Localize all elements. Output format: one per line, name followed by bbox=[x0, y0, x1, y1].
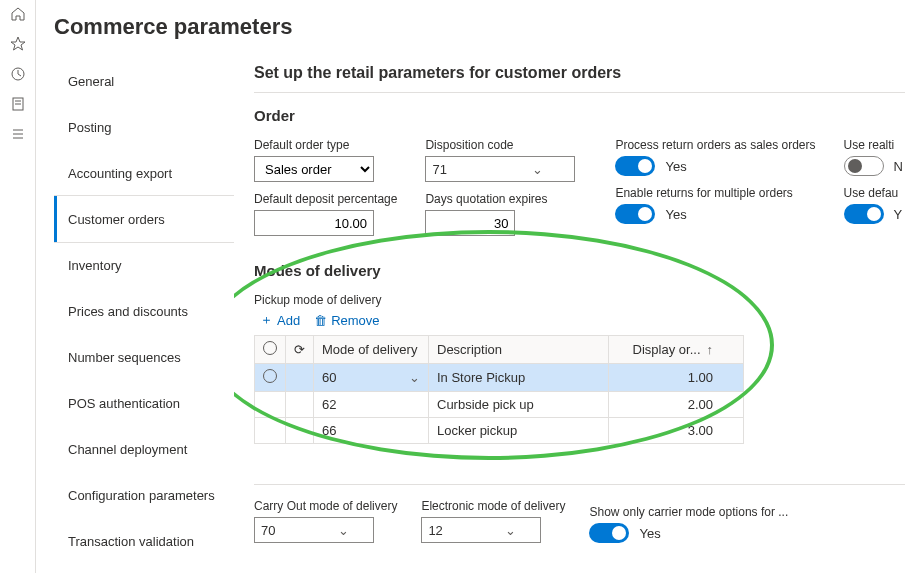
days-quotation-label: Days quotation expires bbox=[425, 192, 575, 206]
process-return-toggle[interactable] bbox=[615, 156, 655, 176]
chevron-down-icon: ⌄ bbox=[500, 162, 574, 177]
col-description[interactable]: Description bbox=[429, 336, 609, 364]
carry-out-label: Carry Out mode of delivery bbox=[254, 499, 397, 513]
order-fasttab-title: Order bbox=[254, 107, 905, 124]
app-iconbar bbox=[0, 0, 36, 573]
carry-out-value: 70 bbox=[255, 523, 314, 538]
col-display-order[interactable]: Display or...↑ bbox=[609, 336, 744, 364]
nav-inventory[interactable]: Inventory bbox=[54, 242, 234, 288]
chevron-down-icon: ⌄ bbox=[409, 370, 420, 385]
use-defau-toggle[interactable] bbox=[844, 204, 884, 224]
bottom-fields: Carry Out mode of delivery 70 ⌄ Electron… bbox=[254, 499, 905, 543]
refresh-column[interactable]: ⟳ bbox=[286, 336, 314, 364]
process-return-label: Process return orders as sales orders bbox=[615, 138, 815, 152]
plus-icon: ＋ bbox=[260, 311, 273, 329]
only-carrier-value: Yes bbox=[639, 526, 660, 541]
process-return-value: Yes bbox=[665, 159, 686, 174]
only-carrier-toggle[interactable] bbox=[589, 523, 629, 543]
add-button[interactable]: ＋Add bbox=[260, 311, 300, 329]
cell-desc: Curbside pick up bbox=[429, 392, 609, 418]
carry-out-lookup[interactable]: 70 ⌄ bbox=[254, 517, 374, 543]
cell-desc: Locker pickup bbox=[429, 418, 609, 444]
select-all-radio[interactable] bbox=[255, 336, 286, 364]
home-icon[interactable] bbox=[10, 6, 26, 22]
use-defau-value: Y bbox=[894, 207, 903, 222]
default-deposit-label: Default deposit percentage bbox=[254, 192, 397, 206]
enable-returns-value: Yes bbox=[665, 207, 686, 222]
clock-icon[interactable] bbox=[10, 66, 26, 82]
divider bbox=[254, 484, 905, 485]
enable-returns-label: Enable returns for multiple orders bbox=[615, 186, 815, 200]
use-realti-label: Use realti bbox=[844, 138, 903, 152]
nav-channel-deployment[interactable]: Channel deployment bbox=[54, 426, 234, 472]
list-icon[interactable] bbox=[10, 126, 26, 142]
default-order-type-select[interactable]: Sales order bbox=[254, 156, 374, 182]
row-radio[interactable] bbox=[263, 369, 277, 383]
disposition-code-label: Disposition code bbox=[425, 138, 575, 152]
cell-mode[interactable]: 66 bbox=[314, 418, 429, 444]
electronic-label: Electronic mode of delivery bbox=[421, 499, 565, 513]
cell-desc: In Store Pickup bbox=[429, 364, 609, 392]
pickup-mode-label: Pickup mode of delivery bbox=[254, 293, 905, 307]
nav-accounting-export[interactable]: Accounting export bbox=[54, 150, 234, 196]
table-row[interactable]: 62 Curbside pick up 2.00 bbox=[255, 392, 744, 418]
col-mode[interactable]: Mode of delivery bbox=[314, 336, 429, 364]
use-defau-label: Use defau bbox=[844, 186, 903, 200]
cell-disp: 1.00 bbox=[609, 364, 744, 392]
use-realti-value: N bbox=[894, 159, 903, 174]
cell-mode[interactable]: 60⌄ bbox=[314, 364, 429, 392]
electronic-value: 12 bbox=[422, 523, 481, 538]
only-carrier-label: Show only carrier mode options for ... bbox=[589, 505, 788, 519]
table-row[interactable]: 60⌄ In Store Pickup 1.00 bbox=[255, 364, 744, 392]
page-icon[interactable] bbox=[10, 96, 26, 112]
refresh-icon: ⟳ bbox=[294, 342, 305, 357]
nav-config-parameters[interactable]: Configuration parameters bbox=[54, 472, 234, 518]
cell-disp: 3.00 bbox=[609, 418, 744, 444]
order-form-grid: Default order type Sales order Default d… bbox=[254, 138, 905, 236]
sort-asc-icon: ↑ bbox=[707, 342, 714, 357]
star-icon[interactable] bbox=[10, 36, 26, 52]
days-quotation-input[interactable] bbox=[425, 210, 515, 236]
content-area: Set up the retail parameters for custome… bbox=[234, 58, 909, 564]
page-title: Commerce parameters bbox=[54, 14, 909, 40]
pickup-mode-grid: ⟳ Mode of delivery Description Display o… bbox=[254, 335, 744, 444]
modes-fasttab-title: Modes of delivery bbox=[254, 262, 905, 279]
divider bbox=[254, 92, 905, 93]
nav-pos-auth[interactable]: POS authentication bbox=[54, 380, 234, 426]
electronic-lookup[interactable]: 12 ⌄ bbox=[421, 517, 541, 543]
table-row[interactable]: 66 Locker pickup 3.00 bbox=[255, 418, 744, 444]
default-deposit-input[interactable] bbox=[254, 210, 374, 236]
disposition-code-value: 71 bbox=[426, 162, 500, 177]
trash-icon: 🗑 bbox=[314, 313, 327, 328]
remove-button[interactable]: 🗑Remove bbox=[314, 311, 379, 329]
enable-returns-toggle[interactable] bbox=[615, 204, 655, 224]
section-title: Set up the retail parameters for custome… bbox=[254, 64, 905, 82]
nav-prices-discounts[interactable]: Prices and discounts bbox=[54, 288, 234, 334]
nav-transaction-validation[interactable]: Transaction validation bbox=[54, 518, 234, 564]
nav-general[interactable]: General bbox=[54, 58, 234, 104]
chevron-down-icon: ⌄ bbox=[314, 523, 373, 538]
left-nav: General Posting Accounting export Custom… bbox=[54, 58, 234, 564]
nav-posting[interactable]: Posting bbox=[54, 104, 234, 150]
default-order-type-label: Default order type bbox=[254, 138, 397, 152]
grid-toolbar: ＋Add 🗑Remove bbox=[260, 311, 905, 329]
cell-mode[interactable]: 62 bbox=[314, 392, 429, 418]
nav-customer-orders[interactable]: Customer orders bbox=[54, 196, 234, 242]
nav-number-sequences[interactable]: Number sequences bbox=[54, 334, 234, 380]
chevron-down-icon: ⌄ bbox=[481, 523, 540, 538]
use-realti-toggle[interactable] bbox=[844, 156, 884, 176]
cell-disp: 2.00 bbox=[609, 392, 744, 418]
disposition-code-lookup[interactable]: 71 ⌄ bbox=[425, 156, 575, 182]
